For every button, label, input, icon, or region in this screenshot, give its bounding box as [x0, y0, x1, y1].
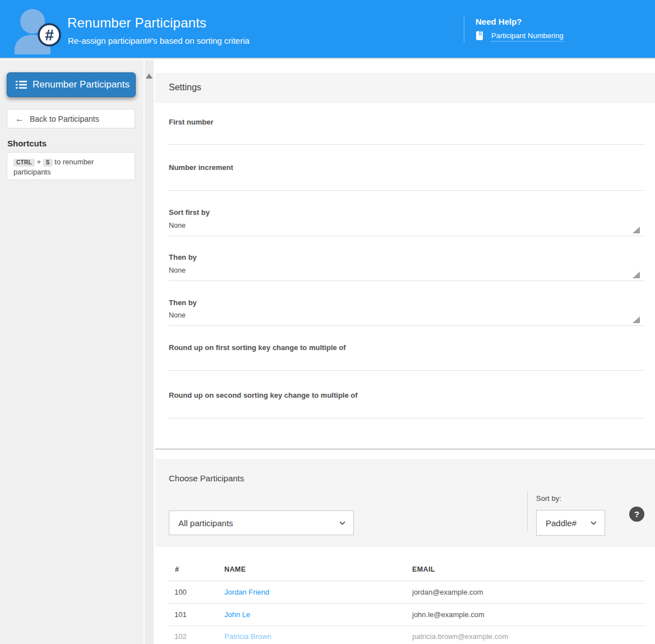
scrollbar-track[interactable]: [145, 60, 154, 644]
then-by-2-dropdown[interactable]: None: [169, 310, 645, 326]
participant-name-link[interactable]: Patricia Brown: [224, 632, 271, 641]
sort-by-label: Sort by:: [536, 494, 561, 503]
ctrl-key-badge: CTRL: [13, 159, 35, 167]
choose-participants-title: Choose Participants: [169, 473, 244, 483]
number-increment-label: Number increment: [169, 163, 233, 172]
plus-sign: +: [37, 158, 41, 166]
dropdown-corner-icon: [633, 316, 640, 323]
first-number-input[interactable]: [169, 128, 645, 145]
participant-email: jordan@example.com: [412, 588, 483, 596]
s-key-badge: S: [43, 159, 53, 167]
sort-by-value: Paddle#: [546, 518, 576, 528]
first-number-label: First number: [169, 118, 213, 126]
back-arrow-icon: ←: [15, 114, 24, 124]
participant-name-link[interactable]: John Le: [224, 610, 250, 619]
then-by-2-value: None: [169, 311, 186, 319]
chevron-down-icon: [339, 521, 345, 525]
round-up-first-input[interactable]: [169, 354, 645, 371]
participant-name-link[interactable]: Jordan Friend: [224, 588, 269, 596]
settings-section-header: [155, 73, 655, 103]
participants-filter-select[interactable]: All participants: [169, 510, 354, 535]
row-number: 101: [174, 610, 187, 619]
shortcuts-heading: Shortcuts: [7, 139, 47, 148]
table-row-border: [169, 603, 645, 604]
sort-first-by-label: Sort first by: [169, 208, 210, 217]
number-increment-input[interactable]: [169, 174, 645, 191]
chevron-down-icon: [591, 521, 597, 525]
dropdown-corner-icon: [633, 227, 640, 233]
list-icon: [16, 80, 27, 89]
row-number: 100: [174, 588, 187, 596]
participant-numbering-link[interactable]: Participant Numbering: [491, 31, 564, 42]
then-by-2-label: Then by: [169, 298, 197, 307]
back-button-label: Back to Participants: [30, 114, 99, 123]
settings-title: Settings: [169, 82, 201, 93]
then-by-1-label: Then by: [169, 253, 197, 261]
sort-divider: [527, 492, 528, 531]
dropdown-corner-icon: [633, 272, 640, 278]
shortcut-card: CTRL + S to renumber participants: [7, 152, 135, 180]
sort-first-by-dropdown[interactable]: None: [169, 220, 645, 236]
round-up-second-input[interactable]: [169, 402, 645, 418]
round-up-second-label: Round up on second sorting key change to…: [169, 391, 358, 399]
page-subtitle: Re-assign participant#'s based on sortin…: [68, 36, 250, 45]
svg-text:#: #: [45, 26, 54, 44]
participants-filter-value: All participants: [178, 518, 233, 528]
renumber-participants-button[interactable]: Renumber Participants: [7, 72, 136, 97]
round-up-first-label: Round up on first sorting key change to …: [169, 343, 346, 352]
then-by-1-dropdown[interactable]: None: [169, 265, 645, 281]
scrollbar-up-arrow-icon[interactable]: [146, 73, 153, 79]
sort-first-by-value: None: [169, 222, 186, 229]
participant-email: patricia.brown@example.com: [412, 632, 508, 641]
row-number: 102: [174, 632, 187, 641]
column-header-email: EMAIL: [412, 565, 435, 573]
question-mark-icon: ?: [634, 509, 639, 519]
then-by-1-value: None: [169, 266, 186, 274]
book-icon: [476, 31, 483, 40]
need-help-label: Need Help?: [476, 17, 522, 26]
renumber-button-label: Renumber Participants: [33, 79, 130, 90]
column-header-number: #: [175, 565, 179, 573]
header-divider: [464, 16, 464, 42]
back-to-participants-button[interactable]: ← Back to Participants: [7, 109, 135, 128]
participant-email: john.le@example.com: [412, 610, 485, 619]
page-header: # Renumber Participants Re-assign partic…: [0, 0, 655, 59]
help-button[interactable]: ?: [629, 507, 644, 522]
page-title: Renumber Participants: [67, 15, 206, 31]
settings-bottom-border: [155, 449, 655, 449]
renumber-participants-page: # Renumber Participants Re-assign partic…: [0, 0, 655, 644]
table-header-border: [169, 581, 645, 581]
column-header-name: NAME: [224, 565, 246, 573]
table-row-border: [169, 625, 645, 626]
person-number-icon: #: [13, 5, 70, 57]
sort-by-select[interactable]: Paddle#: [536, 510, 605, 536]
